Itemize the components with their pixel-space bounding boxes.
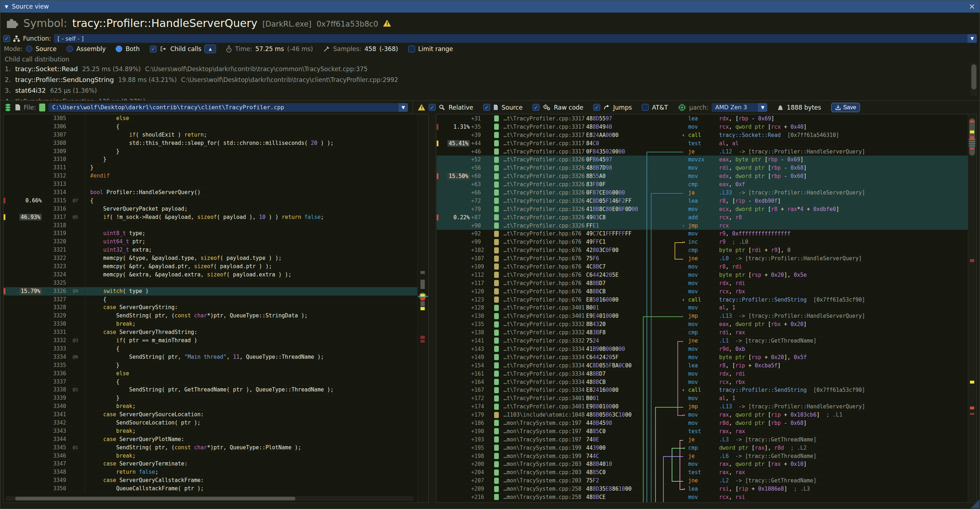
asm-location[interactable]: …t\TracyProfiler.cpp:3326 <box>503 222 586 230</box>
child-calls-checkbox[interactable]: ✓ <box>150 46 157 52</box>
source-line-row[interactable]: 3343 break; <box>3 427 417 435</box>
uarch-dropdown[interactable]: AMD Zen 3 ▼ <box>711 103 767 112</box>
function-dropdown[interactable]: [ - self - ] ▼ <box>54 34 977 43</box>
asm-row[interactable]: +117 …t\TracyProfiler.hpp:676 488BD7 mov… <box>437 279 968 288</box>
source-line-row[interactable]: 3310 } <box>3 155 417 164</box>
asm-location[interactable]: …t\TracyProfiler.hpp:676 <box>503 230 586 238</box>
source-line-row[interactable]: 3320 uint64_t ptr; <box>3 238 417 246</box>
jumps-checkbox[interactable]: ✓ <box>593 104 600 111</box>
asm-location[interactable]: …t\TracyProfiler.hpp:676 <box>503 263 586 271</box>
asm-row[interactable]: +149 …t\TracyProfiler.cpp:3334 C64424205… <box>437 353 968 362</box>
asm-location[interactable]: …mon\TracySystem.cpp:203 <box>503 460 586 468</box>
asm-row[interactable]: +31 …t\TracyProfiler.cpp:3317 488D5597 l… <box>437 115 968 123</box>
source-line-row[interactable]: 3332 @3 if( ptr == m_mainThread ) <box>3 336 417 345</box>
source-line-row[interactable]: 3350 QueueCallstackFrame( ptr ); <box>3 485 417 493</box>
source-line-row[interactable]: 3334 @6 SendString( ptr, "Main thread", … <box>3 353 417 361</box>
source-line-row[interactable]: 3335 } <box>3 361 417 369</box>
source-line-row[interactable]: 3337 { <box>3 378 417 386</box>
source-line-row[interactable]: 3314 bool Profiler::HandleServerQuery() <box>3 188 417 197</box>
resize-grip[interactable] <box>970 499 979 508</box>
asm-row[interactable]: +186 …mon\TracySystem.cpp:197 448B4598 m… <box>437 419 968 428</box>
asm-location[interactable]: …mon\TracySystem.cpp:258 <box>503 493 586 501</box>
source-code-view[interactable]: 3305 else 3306 { 3307 if( shouldExit ) r… <box>3 114 417 503</box>
asm-location[interactable]: …t\TracyProfiler.hpp:676 <box>503 254 586 262</box>
asm-row[interactable]: +72 …t\TracyProfiler.cpp:3326 4C8D05F146… <box>437 197 968 205</box>
asm-location[interactable]: …t\TracyProfiler.cpp:3334 <box>503 378 586 386</box>
source-line-row[interactable]: 3316 ServerQueryPacket payload; <box>3 205 417 213</box>
asm-location[interactable]: …t\TracyProfiler.cpp:3326 <box>503 164 586 172</box>
source-line-row[interactable]: 3342 SendSourceLocation( ptr ); <box>3 419 417 427</box>
asm-location[interactable]: …t\TracyProfiler.cpp:3326 <box>503 156 586 164</box>
asm-row[interactable]: +56 …t\TracyProfiler.cpp:3326 488B7D98 m… <box>437 164 968 172</box>
asm-location[interactable]: …t\TracyProfiler.cpp:3326 <box>503 205 586 213</box>
asm-location[interactable]: …t\TracyProfiler.cpp:3326 <box>503 213 586 221</box>
asm-location[interactable]: …t\TracyProfiler.cpp:3401 <box>503 312 586 320</box>
source-line-row[interactable]: 3308 std::this_thread::sleep_for( std::c… <box>3 139 417 147</box>
asm-row[interactable]: +179 …1103\include\atomic:1048 488B05B63… <box>437 411 968 419</box>
child-call-item[interactable]: 3. stat64i32 625 µs (1.36%) <box>5 87 975 97</box>
source-line-row[interactable]: 3341 case ServerQuerySourceLocation: <box>3 410 417 419</box>
asm-row[interactable]: +66 …t\TracyProfiler.cpp:3326 0F87CE0600… <box>437 189 968 197</box>
asm-location[interactable]: …mon\TracySystem.cpp:197 <box>503 428 586 435</box>
asm-location[interactable]: …t\TracyProfiler.hpp:676 <box>503 246 586 254</box>
radio-assembly[interactable] <box>67 46 73 52</box>
asm-row[interactable]: +135 …t\TracyProfiler.cpp:3332 8B4320 mo… <box>437 320 968 329</box>
asm-row[interactable]: +52 …t\TracyProfiler.cpp:3326 0FB64597 m… <box>437 156 968 164</box>
asm-row[interactable]: +200 …mon\TracySystem.cpp:203 488B4010 m… <box>437 460 968 468</box>
asm-location[interactable]: …t\TracyProfiler.cpp:3317 <box>503 131 586 139</box>
source-line-row[interactable]: 3327 { <box>3 296 417 304</box>
asm-location[interactable]: …t\TracyProfiler.cpp:3401 <box>503 402 586 410</box>
file-dropdown[interactable]: C:\Users\wolf\Desktop\darkrl\contrib\tra… <box>49 103 408 112</box>
save-button[interactable]: Save <box>831 103 860 112</box>
source-line-row[interactable]: 3323 memcpy( &ptr, &payload.ptr, sizeof(… <box>3 262 417 271</box>
source-line-row[interactable]: 3329 SendString( ptr, (const char*)ptr, … <box>3 312 417 320</box>
child-call-item[interactable]: 2. tracy::Profiler::SendLongString 19.88… <box>5 76 975 87</box>
asm-location[interactable]: …mon\TracySystem.cpp:199 <box>503 452 586 460</box>
asm-location[interactable]: …t\TracyProfiler.cpp:3317 <box>503 148 586 156</box>
asm-location[interactable]: …t\TracyProfiler.cpp:3332 <box>503 320 586 328</box>
asm-location[interactable]: …t\TracyProfiler.cpp:3326 <box>503 172 586 180</box>
asm-location[interactable]: …t\TracyProfiler.hpp:676 <box>503 279 586 287</box>
asm-row[interactable]: +143 …t\TracyProfiler.cpp:3334 41B90B000… <box>437 345 968 353</box>
source-line-row[interactable]: 3325 <box>3 279 417 287</box>
asm-row[interactable]: +46 …t\TracyProfiler.cpp:3317 0F84350200… <box>437 148 968 156</box>
asm-row[interactable]: +195 …mon\TracySystem.cpp:199 443900 → c… <box>437 444 968 452</box>
raw-code-checkbox[interactable]: ✓ <box>533 104 539 111</box>
source-line-row[interactable]: 3346 break; <box>3 452 417 460</box>
asm-location[interactable]: …t\TracyProfiler.cpp:3326 <box>503 180 586 188</box>
child-calls-scrollbar[interactable] <box>970 63 977 96</box>
asm-row[interactable]: +190 …mon\TracySystem.cpp:197 4885C0 tes… <box>437 428 968 436</box>
asm-location[interactable]: …t\TracyProfiler.cpp:3334 <box>503 370 586 378</box>
close-icon[interactable]: × <box>969 3 975 10</box>
asm-row[interactable]: +130 …t\TracyProfiler.cpp:3401 E9E401000… <box>437 312 968 320</box>
asm-row[interactable]: +79 …t\TracyProfiler.cpp:3326 418B8C80E0… <box>437 205 968 213</box>
asm-row[interactable]: +102 …t\TracyProfiler.hpp:676 42803C0F00… <box>437 246 968 254</box>
asm-row[interactable]: +209 …mon\TracySystem.cpp:258 488D35E886… <box>437 485 968 493</box>
propagate-up-button[interactable]: ▲ <box>204 45 216 53</box>
asm-location[interactable]: …t\TracyProfiler.cpp:3326 <box>503 189 586 197</box>
asm-row[interactable]: +128 …t\TracyProfiler.cpp:3401 B001 mov … <box>437 304 968 312</box>
source-line-row[interactable]: 3339 } <box>3 394 417 402</box>
asm-location[interactable]: …mon\TracySystem.cpp:197 <box>503 436 586 444</box>
source-line-row[interactable]: 3348 return false; <box>3 468 417 476</box>
asm-row[interactable]: +198 …mon\TracySystem.cpp:199 744C je .L… <box>437 452 968 460</box>
radio-both[interactable] <box>116 46 122 52</box>
source-line-row[interactable]: 3338 @1 SendString( ptr, GetThreadName( … <box>3 386 417 394</box>
asm-location[interactable]: …t\TracyProfiler.hpp:676 <box>503 288 586 296</box>
collapse-icon[interactable]: ▼ <box>5 4 8 10</box>
asm-location[interactable]: …t\TracyProfiler.cpp:3334 <box>503 386 586 394</box>
source-line-row[interactable]: 3311 } <box>3 164 417 172</box>
asm-location[interactable]: …t\TracyProfiler.hpp:676 <box>503 296 586 304</box>
asm-row[interactable]: +164 …t\TracyProfiler.cpp:3334 488BCB mo… <box>437 378 968 387</box>
source-line-row[interactable]: 3333 { <box>3 345 417 353</box>
source-line-row[interactable]: 3340 break; <box>3 402 417 410</box>
source-line-row[interactable]: 0.66% 3315 @7 { <box>3 197 417 205</box>
asm-row[interactable]: 45.41% +44 …t\TracyProfiler.cpp:3317 84C… <box>437 140 968 148</box>
source-line-row[interactable]: 3312 #endif <box>3 172 417 180</box>
asm-location[interactable]: …t\TracyProfiler.hpp:676 <box>503 271 586 279</box>
asm-row[interactable]: +107 …t\TracyProfiler.hpp:676 75F6 jne .… <box>437 254 968 263</box>
asm-row[interactable]: +39 …t\TracyProfiler.cpp:3317 E824AA0000… <box>437 131 968 140</box>
asm-location[interactable]: …t\TracyProfiler.cpp:3332 <box>503 337 586 345</box>
asm-row[interactable]: +123 …t\TracyProfiler.hpp:676 E850160000… <box>437 296 968 304</box>
child-call-item[interactable]: 1. tracy::Socket::Read 25.25 ms (54.89%)… <box>5 65 975 76</box>
